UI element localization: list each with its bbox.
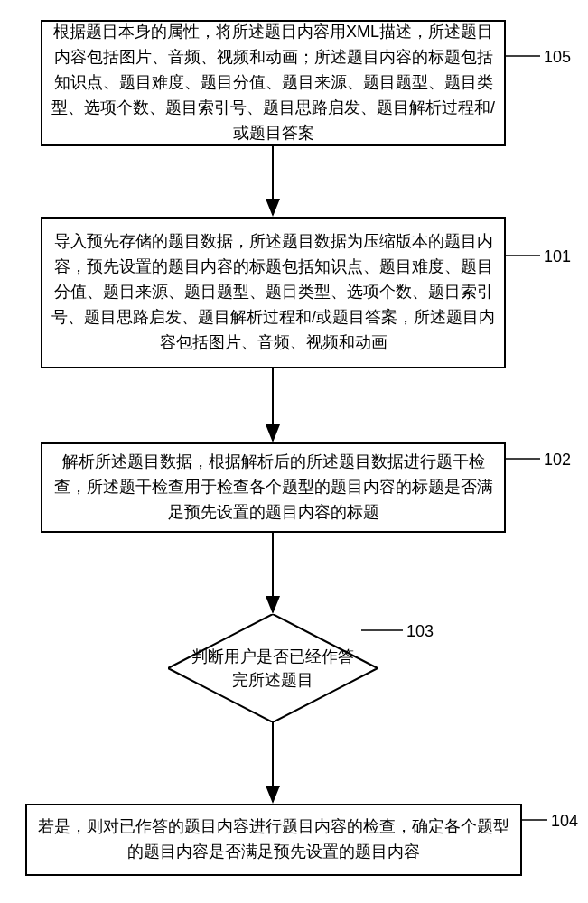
diamond-shape-svg [168, 614, 378, 722]
flow-step-105: 根据题目本身的属性，将所述题目内容用XML描述，所述题目内容包括图片、音频、视频… [41, 20, 506, 146]
svg-marker-0 [168, 614, 378, 722]
flow-step-104-text: 若是，则对已作答的题目内容进行题目内容的检查，确定各个题型的题目内容是否满足预先… [36, 815, 511, 865]
flow-step-102-label: 102 [544, 452, 571, 468]
flowchart-canvas: 根据题目本身的属性，将所述题目内容用XML描述，所述题目内容包括图片、音频、视频… [0, 0, 588, 903]
flow-decision-103: 判断用户是否已经作答完所述题目 [168, 614, 378, 722]
flow-step-105-label: 105 [544, 49, 571, 65]
flow-step-104: 若是，则对已作答的题目内容进行题目内容的检查，确定各个题型的题目内容是否满足预先… [25, 804, 522, 876]
flow-step-101-text: 导入预先存储的题目数据，所述题目数据为压缩版本的题目内容，预先设置的题目内容的标… [51, 229, 495, 355]
flow-step-102: 解析所述题目数据，根据解析后的所述题目数据进行题干检查，所述题干检查用于检查各个… [41, 442, 506, 533]
flow-step-104-label: 104 [551, 813, 578, 829]
flow-step-101: 导入预先存储的题目数据，所述题目数据为压缩版本的题目内容，预先设置的题目内容的标… [41, 217, 506, 368]
flow-decision-103-label: 103 [406, 623, 434, 639]
flow-step-105-text: 根据题目本身的属性，将所述题目内容用XML描述，所述题目内容包括图片、音频、视频… [51, 20, 495, 145]
flow-step-101-label: 101 [544, 248, 571, 265]
flow-step-102-text: 解析所述题目数据，根据解析后的所述题目数据进行题干检查，所述题干检查用于检查各个… [51, 450, 495, 526]
